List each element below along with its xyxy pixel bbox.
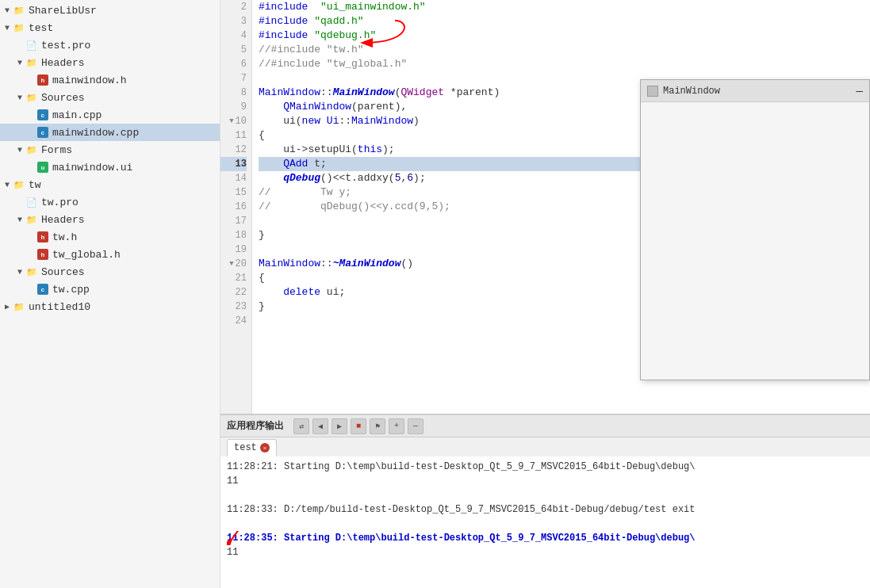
- pro-icon: 📄: [25, 196, 38, 208]
- line-num-5: 5: [220, 43, 247, 57]
- tree-arrow: ▼: [2, 24, 13, 32]
- line-num-6: 6: [220, 57, 247, 71]
- output-area: 11:28:21: Starting D:\temp\build-test-De…: [220, 456, 870, 588]
- sidebar-item-tw-headers[interactable]: ▼ 📁 Headers: [0, 211, 220, 228]
- output-line-2: 11: [227, 474, 864, 488]
- sidebar-item-sources[interactable]: ▼ 📁 Sources: [0, 89, 220, 106]
- line-num-22: 22: [220, 285, 247, 300]
- output-tab-test[interactable]: test ×: [227, 439, 277, 456]
- sidebar-item-test[interactable]: ▼ 📁 test: [0, 19, 220, 36]
- tree-label: tw.h: [52, 231, 77, 243]
- tree-label: mainwindow.h: [52, 74, 127, 86]
- folder-icon: 📁: [25, 213, 38, 226]
- preview-minimize-btn[interactable]: —: [857, 85, 863, 97]
- tree-label: Sources: [41, 266, 85, 278]
- toolbar-btn-run[interactable]: ■: [351, 418, 366, 434]
- code-line-6: //#include "tw_global.h": [259, 57, 870, 71]
- h-icon: h: [36, 248, 49, 261]
- output-line-6: 11:28:35: Starting D:\temp\build-test-De…: [227, 531, 864, 545]
- tree-label: Headers: [41, 214, 85, 226]
- folder-icon: 📁: [25, 56, 38, 69]
- preview-titlebar: MainWindow —: [641, 80, 869, 102]
- code-line-3: #include "qadd.h": [259, 14, 870, 29]
- line-num-15: 15: [220, 185, 247, 200]
- line-numbers: 2 3 4 5 6 7 8 9 ▼10 11 12 13 14 15 16 17: [220, 0, 252, 414]
- code-line-4: #include "qdebug.h": [259, 29, 870, 43]
- line-num-16: 16: [220, 200, 247, 214]
- sidebar-item-tw-h[interactable]: h tw.h: [0, 228, 220, 246]
- folder-icon: 📁: [25, 91, 38, 104]
- folder-icon: 📁: [25, 265, 38, 278]
- line-num-3: 3: [220, 14, 247, 29]
- tree-arrow: ▼: [2, 181, 13, 189]
- tree-arrow: ▼: [14, 94, 25, 102]
- folder-icon: 📁: [13, 21, 25, 34]
- sidebar-item-sharelibusr[interactable]: ▼ 📁 ShareLibUsr: [0, 2, 220, 19]
- cpp-icon: c: [36, 126, 49, 139]
- tree-arrow: ▼: [14, 146, 25, 155]
- toolbar-btn-next[interactable]: ▶: [332, 418, 347, 434]
- tree-arrow: ▼: [14, 268, 25, 277]
- tree-label: mainwindow.ui: [52, 162, 132, 174]
- toolbar-btn-add[interactable]: +: [389, 418, 404, 434]
- pro-icon: 📄: [25, 39, 38, 52]
- tree-label: tw.cpp: [52, 284, 90, 296]
- line-num-19: 19: [220, 242, 247, 257]
- tree-label: main.cpp: [52, 109, 102, 121]
- sidebar-item-untitled10[interactable]: ▶ 📁 untitled10: [0, 298, 220, 315]
- toolbar-btn-flag[interactable]: ⚑: [370, 418, 385, 434]
- folder-icon: 📁: [13, 4, 25, 17]
- tree-label: Headers: [41, 57, 85, 69]
- code-area[interactable]: 2 3 4 5 6 7 8 9 ▼10 11 12 13 14 15 16 17: [220, 0, 870, 414]
- sidebar-item-mainwindow-ui[interactable]: u mainwindow.ui: [0, 158, 220, 176]
- line-num-18: 18: [220, 228, 247, 242]
- toolbar-btn-minimize[interactable]: —: [408, 418, 424, 434]
- sidebar-item-tw-global-h[interactable]: h tw_global.h: [0, 246, 220, 263]
- sidebar-item-headers[interactable]: ▼ 📁 Headers: [0, 54, 220, 71]
- code-line-5: //#include "tw.h": [259, 43, 870, 57]
- output-line-3: [227, 488, 864, 502]
- preview-body: [641, 102, 869, 380]
- sidebar-item-tw-pro[interactable]: 📄 tw.pro: [0, 193, 220, 211]
- line-num-14: 14: [220, 171, 247, 185]
- line-num-4: 4: [220, 29, 247, 43]
- sidebar-item-main-cpp[interactable]: c main.cpp: [0, 106, 220, 124]
- tree-label: mainwindow.cpp: [52, 127, 139, 139]
- line-num-24: 24: [220, 314, 247, 328]
- tree-arrow: ▼: [14, 216, 25, 224]
- sidebar-item-test-pro[interactable]: 📄 test.pro: [0, 36, 220, 54]
- cpp-icon: c: [36, 283, 49, 296]
- output-tabs: test ×: [220, 437, 870, 456]
- cpp-icon: c: [36, 109, 49, 121]
- tree-label: tw_global.h: [52, 249, 121, 261]
- output-line-1: 11:28:21: Starting D:\temp\build-test-De…: [227, 460, 864, 474]
- tree-label: tw.pro: [41, 197, 79, 208]
- tree-label: Sources: [41, 92, 85, 104]
- folder-icon: 📁: [13, 300, 25, 313]
- sidebar-item-mainwindow-cpp[interactable]: c mainwindow.cpp: [0, 124, 220, 141]
- line-num-23: 23: [220, 300, 247, 314]
- sidebar-item-mainwindow-h[interactable]: h mainwindow.h: [0, 71, 220, 89]
- toolbar-btn-prev[interactable]: ◀: [312, 418, 328, 434]
- line-num-21: 21: [220, 271, 247, 285]
- line-num-8: 8: [220, 86, 247, 100]
- preview-window-title: MainWindow: [663, 86, 720, 97]
- tree-label: ShareLibUsr: [29, 5, 97, 17]
- line-num-12: 12: [220, 143, 247, 157]
- sidebar-item-forms[interactable]: ▼ 📁 Forms: [0, 141, 220, 158]
- tree-arrow: ▼: [2, 6, 13, 15]
- tab-close-btn[interactable]: ×: [260, 443, 270, 452]
- file-tree: ▼ 📁 ShareLibUsr ▼ 📁 test 📄 test.pro ▼ 📁 …: [0, 0, 220, 588]
- h-icon: h: [36, 231, 49, 243]
- tree-label: test: [29, 22, 53, 34]
- sidebar-item-tw[interactable]: ▼ 📁 tw: [0, 176, 220, 193]
- output-line-4: 11:28:33: D:/temp/build-test-Desktop_Qt_…: [227, 502, 864, 517]
- toolbar-btn-transfer[interactable]: ⇄: [293, 418, 309, 434]
- ui-icon: u: [36, 161, 49, 174]
- sidebar-item-tw-sources[interactable]: ▼ 📁 Sources: [0, 263, 220, 281]
- output-toolbar-label: 应用程序输出: [227, 419, 284, 433]
- preview-titlebar-left: MainWindow: [647, 86, 720, 97]
- line-num-7: 7: [220, 71, 247, 86]
- sidebar-item-tw-cpp[interactable]: c tw.cpp: [0, 281, 220, 298]
- code-line-2: #include "ui_mainwindow.h": [259, 0, 870, 14]
